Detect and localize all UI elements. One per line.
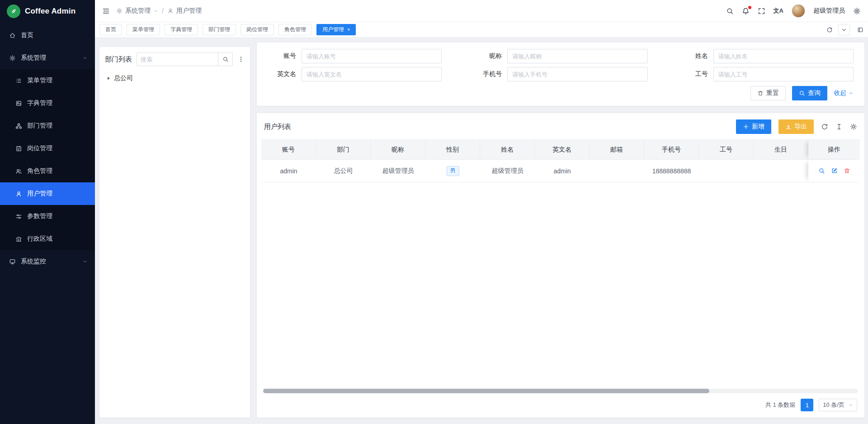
english-name-input[interactable]	[302, 67, 442, 81]
tree-node-head-office[interactable]: 总公司	[105, 71, 245, 85]
close-tab-icon[interactable]: ×	[347, 27, 350, 32]
field-account: 账号	[268, 49, 442, 63]
user-table: 账号 部门 昵称 性别 姓名 英文名 邮箱 手机号 工号 生日 操作	[261, 139, 860, 182]
badge-icon	[15, 145, 22, 152]
user-icon	[15, 191, 22, 197]
sidebar-item-user-management[interactable]: 用户管理	[0, 182, 95, 205]
field-phone: 手机号	[473, 67, 647, 81]
column-header: 工号	[699, 139, 754, 160]
org-tree-icon	[15, 123, 22, 129]
current-user-name[interactable]: 超级管理员	[813, 7, 845, 15]
field-label: 英文名	[268, 70, 302, 78]
column-header: 邮箱	[590, 139, 644, 160]
sidebar-item-menu-management[interactable]: 菜单管理	[0, 69, 95, 92]
caret-right-icon[interactable]	[106, 76, 111, 81]
add-user-button[interactable]: 新增	[736, 119, 771, 134]
search-icon	[799, 90, 805, 96]
sidebar-item-home[interactable]: 首页	[0, 24, 95, 47]
app-root: Coffee Admin 首页 系统管理 菜单管理 字典管理	[0, 0, 868, 424]
topbar: 系统管理 / 用户管理 文A 超级管理员	[95, 0, 868, 22]
tab-department-management[interactable]: 部门管理	[203, 24, 236, 35]
query-button[interactable]: 查询	[792, 86, 827, 100]
account-input[interactable]	[302, 49, 442, 63]
nickname-input[interactable]	[507, 49, 647, 63]
field-name: 姓名	[679, 49, 854, 63]
avatar[interactable]	[792, 4, 805, 18]
user-list-panel: 用户列表 新增 导出	[257, 113, 864, 418]
sidebar-item-admin-region[interactable]: 行政区域	[0, 228, 95, 250]
density-icon[interactable]	[835, 123, 843, 130]
reset-button[interactable]: 重置	[750, 86, 786, 100]
main-area: 系统管理 / 用户管理 文A 超级管理员	[95, 0, 868, 424]
tab-user-management[interactable]: 用户管理 ×	[316, 24, 356, 35]
table-row[interactable]: admin 总公司 超级管理员 男 超级管理员 admin 1888888888…	[261, 160, 860, 182]
total-count-text: 共 1 条数据	[765, 401, 795, 409]
field-english-name: 英文名	[268, 67, 442, 81]
collapse-sidebar-icon[interactable]	[102, 7, 110, 15]
tab-role-management[interactable]: 角色管理	[278, 24, 312, 35]
column-header: 性别	[425, 139, 480, 160]
global-search-icon[interactable]	[726, 7, 734, 15]
sidebar-item-label: 岗位管理	[27, 144, 52, 152]
department-search-button[interactable]	[218, 53, 232, 66]
sidebar-group-system-monitor[interactable]: 系统监控	[0, 250, 95, 273]
chevron-down-icon	[848, 403, 853, 408]
cell-sex: 男	[425, 160, 480, 182]
breadcrumb-current: 用户管理	[176, 7, 202, 15]
department-search-input[interactable]	[137, 53, 218, 66]
sidebar-item-label: 字典管理	[27, 99, 52, 107]
breadcrumb-separator: /	[162, 7, 164, 14]
layout-panel-icon[interactable]	[857, 27, 863, 33]
user-list-header: 用户列表 新增 导出	[261, 118, 860, 139]
settings-gear-icon[interactable]	[853, 7, 861, 15]
chevron-down-icon	[841, 27, 847, 33]
user-list-title: 用户列表	[264, 123, 291, 131]
collapse-filters-link[interactable]: 收起	[834, 89, 854, 97]
sidebar-item-param-management[interactable]: 参数管理	[0, 205, 95, 228]
edit-user-icon[interactable]	[831, 167, 838, 174]
notification-badge-dot	[748, 6, 751, 9]
sidebar-item-role-management[interactable]: 角色管理	[0, 160, 95, 182]
department-more-actions-icon[interactable]	[237, 56, 245, 63]
sidebar-item-department-management[interactable]: 部门管理	[0, 114, 95, 137]
export-button[interactable]: 导出	[778, 119, 814, 134]
tab-home[interactable]: 首页	[99, 24, 122, 35]
fullscreen-icon[interactable]	[758, 7, 765, 15]
view-user-icon[interactable]	[818, 167, 825, 174]
work-no-input[interactable]	[713, 67, 854, 81]
tab-dict-management[interactable]: 字典管理	[165, 24, 198, 35]
name-input[interactable]	[713, 49, 854, 63]
tab-post-management[interactable]: 岗位管理	[241, 24, 274, 35]
breadcrumb-root[interactable]: 系统管理	[125, 7, 151, 15]
sidebar-menu: 首页 系统管理 菜单管理 字典管理 部门管理	[0, 22, 95, 424]
sidebar-item-label: 首页	[21, 31, 33, 39]
field-label: 手机号	[473, 70, 507, 78]
gear-icon	[116, 8, 123, 14]
phone-input[interactable]	[507, 67, 647, 81]
sidebar-item-dict-management[interactable]: 字典管理	[0, 92, 95, 114]
refresh-list-icon[interactable]	[821, 123, 828, 130]
delete-user-icon[interactable]	[844, 167, 850, 174]
department-panel-title: 部门列表	[105, 55, 132, 64]
column-header: 昵称	[371, 139, 425, 160]
sidebar-item-label: 菜单管理	[27, 76, 52, 85]
translate-icon[interactable]: 文A	[774, 7, 783, 15]
sidebar-group-system-management[interactable]: 系统管理	[0, 47, 95, 69]
tabbar-controls	[826, 24, 863, 35]
notifications-button[interactable]	[742, 7, 750, 15]
field-label: 账号	[268, 52, 302, 60]
user-search-form: 账号 昵称 姓名 英文名	[257, 43, 864, 106]
sidebar-item-post-management[interactable]: 岗位管理	[0, 137, 95, 160]
refresh-tab-icon[interactable]	[826, 27, 833, 33]
horizontal-scrollbar-track[interactable]	[263, 389, 858, 393]
page-size-select[interactable]: 10 条/页	[819, 399, 857, 411]
page-number-button[interactable]: 1	[801, 399, 813, 411]
tab-menu-management[interactable]: 菜单管理	[127, 24, 160, 35]
column-header: 姓名	[480, 139, 535, 160]
horizontal-scrollbar-thumb[interactable]	[263, 389, 709, 393]
app-title: Coffee Admin	[25, 7, 75, 16]
dictionary-icon	[15, 100, 22, 107]
column-settings-gear-icon[interactable]	[850, 123, 857, 130]
column-header: 账号	[261, 139, 316, 160]
tab-options-button[interactable]	[838, 24, 850, 35]
